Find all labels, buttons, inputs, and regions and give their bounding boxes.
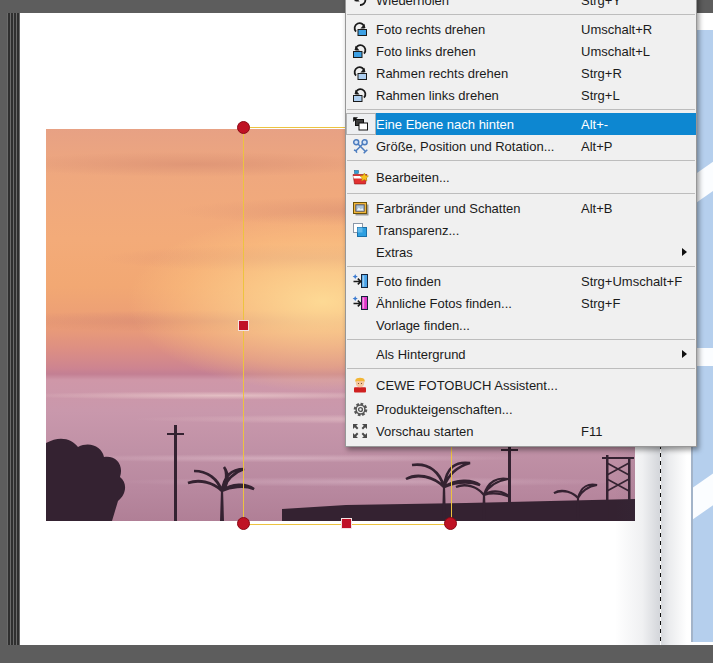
menu-item-shortcut: Strg+Y [581, 0, 682, 8]
menu-item-foto-rechts-drehen[interactable]: Foto rechts drehen Umschalt+R [346, 18, 696, 40]
menu-item-label: Vorlage finden... [376, 318, 581, 333]
menu-item-rahmen-links-drehen[interactable]: Rahmen links drehen Strg+L [346, 84, 696, 106]
find-photo-icon [346, 270, 376, 292]
menu-item-shortcut: F11 [581, 424, 682, 439]
rotate-photo-left-icon [346, 40, 376, 62]
menu-separator [347, 109, 695, 110]
menu-item-label: Rahmen rechts drehen [376, 66, 581, 81]
menu-item-shortcut: Alt+- [581, 117, 682, 132]
selection-handle-bottom-center[interactable] [341, 518, 352, 529]
menu-icon-empty [346, 241, 376, 263]
menu-separator [347, 193, 695, 194]
properties-gear-icon [346, 398, 376, 420]
selection-handle-middle-left[interactable] [238, 320, 249, 331]
size-position-icon [346, 135, 376, 157]
menu-item-label: Foto links drehen [376, 44, 581, 59]
menu-item-shortcut: Umschalt+R [581, 22, 682, 37]
menu-item-shortcut: Alt+P [581, 139, 682, 154]
border-shadow-icon [346, 197, 376, 219]
menu-item-produkteigenschaften[interactable]: Produkteigenschaften... [346, 398, 696, 420]
menu-item-foto-finden[interactable]: Foto finden Strg+Umschalt+F [346, 270, 696, 292]
selection-handle-bottom-left[interactable] [237, 517, 250, 530]
submenu-arrow-icon [682, 248, 696, 256]
assistant-icon [346, 372, 376, 398]
rotate-frame-right-icon [346, 62, 376, 84]
selection-handle-top-left[interactable] [237, 121, 250, 134]
menu-item-label: Produkteigenschaften... [376, 402, 581, 417]
menu-item-bearbeiten[interactable]: Bearbeiten... [346, 164, 696, 190]
menu-separator [347, 266, 695, 267]
app-window: { "colors": { "workspace_bg": "#5d5d5d",… [0, 0, 713, 663]
send-backward-icon [346, 113, 376, 135]
menu-icon-empty [346, 314, 376, 336]
menu-item-rahmen-rechts-drehen[interactable]: Rahmen rechts drehen Strg+R [346, 62, 696, 84]
menu-item-shortcut: Umschalt+L [581, 44, 682, 59]
menu-item-aehnliche-fotos-finden[interactable]: Ähnliche Fotos finden... Strg+F [346, 292, 696, 314]
right-photo-stripe [691, 466, 713, 524]
menu-item-label: Vorschau starten [376, 424, 581, 439]
transparency-icon [346, 219, 376, 241]
redo-icon [346, 0, 376, 11]
menu-item-als-hintergrund[interactable]: Als Hintergrund [346, 343, 696, 365]
menu-item-label: CEWE FOTOBUCH Assistent... [376, 378, 581, 393]
preview-fullscreen-icon [346, 420, 376, 442]
menu-separator [347, 160, 695, 161]
menu-item-eine-ebene-nach-hinten[interactable]: Eine Ebene nach hinten Alt+- [346, 113, 696, 135]
menu-separator [347, 14, 695, 15]
menu-item-cewe-fotobuch-assistent[interactable]: CEWE FOTOBUCH Assistent... [346, 372, 696, 398]
menu-item-shortcut: Strg+F [581, 296, 682, 311]
menu-item-shortcut: Strg+R [581, 66, 682, 81]
context-menu: Wiederholen Strg+Y Foto rechts drehen Um… [345, 0, 697, 447]
menu-item-label: Größe, Position und Rotation... [376, 139, 581, 154]
menu-item-shortcut: Strg+Umschalt+F [581, 274, 682, 289]
rotate-frame-left-icon [346, 84, 376, 106]
menu-item-label: Als Hintergrund [376, 347, 581, 362]
menu-item-foto-links-drehen[interactable]: Foto links drehen Umschalt+L [346, 40, 696, 62]
menu-icon-empty [346, 343, 376, 365]
rotate-photo-right-icon [346, 18, 376, 40]
selection-handle-bottom-right[interactable] [444, 517, 457, 530]
edit-icon [346, 164, 376, 190]
menu-item-extras[interactable]: Extras [346, 241, 696, 263]
menu-item-label: Wiederholen [376, 0, 581, 8]
menu-item-shortcut: Strg+L [581, 88, 682, 103]
menu-item-label: Ähnliche Fotos finden... [376, 296, 581, 311]
menu-item-label: Bearbeiten... [376, 170, 581, 185]
menu-item-farbraender-und-schatten[interactable]: Farbränder und Schatten Alt+B [346, 197, 696, 219]
menu-separator [347, 339, 695, 340]
submenu-arrow-icon [682, 350, 696, 358]
menu-item-label: Farbränder und Schatten [376, 201, 581, 216]
menu-item-shortcut: Alt+B [581, 201, 682, 216]
menu-item-label: Foto rechts drehen [376, 22, 581, 37]
menu-item-wiederholen[interactable]: Wiederholen Strg+Y [346, 0, 696, 11]
menu-item-label: Extras [376, 245, 581, 260]
menu-item-label: Transparenz... [376, 223, 581, 238]
menu-item-vorschau-starten[interactable]: Vorschau starten F11 [346, 420, 696, 442]
find-similar-photos-icon [346, 292, 376, 314]
menu-item-label: Rahmen links drehen [376, 88, 581, 103]
menu-item-label: Eine Ebene nach hinten [376, 117, 581, 132]
menu-item-transparenz[interactable]: Transparenz... [346, 219, 696, 241]
menu-item-groesse-position-rotation[interactable]: Größe, Position und Rotation... Alt+P [346, 135, 696, 157]
menu-item-vorlage-finden[interactable]: Vorlage finden... [346, 314, 696, 336]
menu-item-label: Foto finden [376, 274, 581, 289]
menu-separator [347, 368, 695, 369]
